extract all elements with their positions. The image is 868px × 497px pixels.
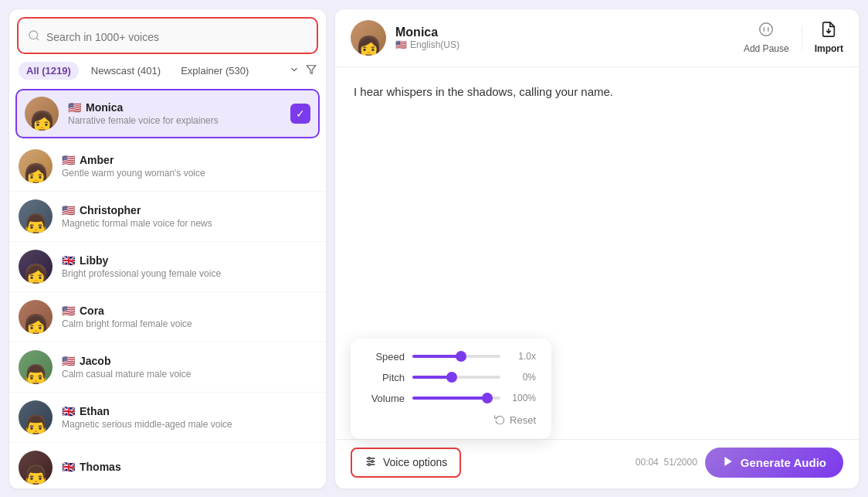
volume-slider-row: Volume 100% [366, 393, 536, 404]
volume-slider[interactable] [412, 397, 500, 400]
filter-icon[interactable] [306, 64, 317, 77]
voice-list: 👩 🇺🇸 Monica Narrative female voice for e… [9, 86, 326, 488]
voice-name-monica: Monica [86, 101, 123, 114]
svg-point-3 [760, 23, 773, 36]
selected-voice-language: 🇺🇸 English(US) [395, 39, 459, 50]
voice-desc-jacob: Calm casual mature male voice [62, 369, 317, 380]
svg-point-0 [29, 31, 38, 39]
voice-name-jacob: Jacob [80, 355, 110, 367]
reset-icon [494, 414, 505, 427]
flag-ethan: 🇬🇧 [62, 405, 75, 417]
play-icon [722, 455, 734, 470]
time-display: 00:04 51/2000 [636, 457, 697, 468]
voice-info-cora: 🇺🇸 Cora Calm bright formal female voice [62, 305, 317, 329]
left-panel: All (1219) Newscast (401) Explainer (530… [9, 9, 326, 488]
avatar-christopher: 👨 [19, 199, 53, 233]
voice-item-amber[interactable]: 👩 🇺🇸 Amber Gentle warm young woman's voi… [9, 141, 326, 192]
chevron-down-icon[interactable] [289, 64, 300, 77]
add-pause-icon [758, 21, 775, 40]
voice-item-libby[interactable]: 👩 🇬🇧 Libby Bright professional young fem… [9, 242, 326, 292]
search-icon [28, 29, 40, 45]
pitch-slider[interactable] [412, 376, 500, 379]
volume-value: 100% [508, 393, 536, 403]
filter-bar: All (1219) Newscast (401) Explainer (530… [9, 62, 326, 86]
generate-audio-button[interactable]: Generate Audio [705, 448, 843, 478]
flag-christopher: 🇺🇸 [62, 204, 75, 216]
flag-cora: 🇺🇸 [62, 305, 75, 317]
avatar-amber: 👩 [19, 149, 53, 183]
voice-name-cora: Cora [80, 305, 104, 317]
svg-point-10 [368, 457, 371, 459]
search-bar[interactable] [17, 17, 318, 54]
voice-item-ethan[interactable]: 👨 🇬🇧 Ethan Magnetic serious middle-aged … [9, 393, 326, 443]
volume-label: Volume [366, 393, 405, 404]
header-actions: Add Pause Import [744, 21, 843, 54]
voice-options-popup: Speed 1.0x Pitch 0% [351, 339, 551, 439]
voice-desc-christopher: Magnetic formal male voice for news [62, 218, 317, 229]
selected-checkmark: ✓ [290, 104, 310, 124]
voice-desc-cora: Calm bright formal female voice [62, 318, 317, 329]
flag-libby: 🇬🇧 [62, 254, 75, 267]
filter-newscast[interactable]: Newscast (401) [83, 62, 168, 80]
footer-right: 00:04 51/2000 Generate Audio [636, 448, 843, 478]
selected-voice-info: Monica 🇺🇸 English(US) [395, 26, 459, 50]
import-label: Import [815, 43, 843, 54]
pitch-value: 0% [508, 372, 536, 383]
avatar-libby: 👩 [19, 250, 53, 284]
speed-label: Speed [366, 351, 405, 363]
svg-marker-2 [307, 65, 316, 73]
avatar-jacob: 👨 [19, 350, 53, 384]
voice-options-button-label: Voice options [383, 456, 447, 468]
voice-desc-ethan: Magnetic serious middle-aged male voice [62, 419, 317, 430]
voice-name-amber: Amber [80, 154, 114, 166]
voice-info-monica: 🇺🇸 Monica Narrative female voice for exp… [68, 101, 290, 126]
flag-thomas: 🇬🇧 [62, 461, 75, 473]
reset-button[interactable]: Reset [366, 414, 536, 427]
voice-desc-monica: Narrative female voice for explainers [68, 115, 290, 126]
right-panel: 👩 Monica 🇺🇸 English(US) [335, 9, 859, 488]
voice-desc-amber: Gentle warm young woman's voice [62, 168, 317, 179]
voice-info-ethan: 🇬🇧 Ethan Magnetic serious middle-aged ma… [62, 405, 317, 430]
voice-name-christopher: Christopher [80, 204, 141, 216]
flag-monica: 🇺🇸 [68, 101, 81, 114]
svg-point-12 [368, 463, 371, 465]
flag-jacob: 🇺🇸 [62, 355, 75, 367]
text-area-container: I hear whispers in the shadows, calling … [335, 67, 859, 439]
speed-value: 1.0x [508, 351, 536, 362]
voice-item-jacob[interactable]: 👨 🇺🇸 Jacob Calm casual mature male voice [9, 342, 326, 393]
selected-voice-avatar: 👩 [351, 20, 386, 56]
voice-name-thomas: Thomas [80, 461, 121, 473]
svg-marker-13 [724, 457, 731, 466]
voice-item-cora[interactable]: 👩 🇺🇸 Cora Calm bright formal female voic… [9, 292, 326, 342]
voice-name-ethan: Ethan [80, 405, 110, 417]
voice-item-monica[interactable]: 👩 🇺🇸 Monica Narrative female voice for e… [15, 89, 320, 138]
voice-item-thomas[interactable]: 👨 🇬🇧 Thomas [9, 443, 326, 488]
voice-info-thomas: 🇬🇧 Thomas [62, 461, 317, 475]
import-icon [820, 21, 837, 40]
avatar-monica: 👩 [25, 97, 59, 131]
filter-explainer[interactable]: Explainer (530) [173, 62, 256, 80]
filter-all[interactable]: All (1219) [19, 62, 79, 80]
voice-info-libby: 🇬🇧 Libby Bright professional young femal… [62, 254, 317, 279]
text-content[interactable]: I hear whispers in the shadows, calling … [354, 83, 840, 101]
import-button[interactable]: Import [815, 21, 843, 54]
voice-item-christopher[interactable]: 👨 🇺🇸 Christopher Magnetic formal male vo… [9, 192, 326, 242]
voice-info-amber: 🇺🇸 Amber Gentle warm young woman's voice [62, 154, 317, 179]
pitch-slider-row: Pitch 0% [366, 372, 536, 383]
speed-slider-row: Speed 1.0x [366, 351, 536, 363]
voice-info-jacob: 🇺🇸 Jacob Calm casual mature male voice [62, 355, 317, 380]
voice-options-button[interactable]: Voice options [351, 448, 461, 478]
generate-audio-label: Generate Audio [741, 456, 826, 469]
selected-flag-icon: 🇺🇸 [395, 39, 407, 50]
svg-point-11 [371, 460, 374, 462]
selected-voice-name: Monica [395, 26, 459, 39]
avatar-ethan: 👨 [19, 400, 53, 434]
speed-slider[interactable] [412, 355, 500, 358]
reset-label: Reset [510, 414, 536, 426]
voice-info-christopher: 🇺🇸 Christopher Magnetic formal male voic… [62, 204, 317, 229]
avatar-thomas: 👨 [19, 451, 53, 485]
add-pause-button[interactable]: Add Pause [744, 21, 789, 54]
header-divider [802, 26, 802, 50]
search-input[interactable] [46, 31, 307, 43]
right-header: 👩 Monica 🇺🇸 English(US) [335, 9, 859, 67]
